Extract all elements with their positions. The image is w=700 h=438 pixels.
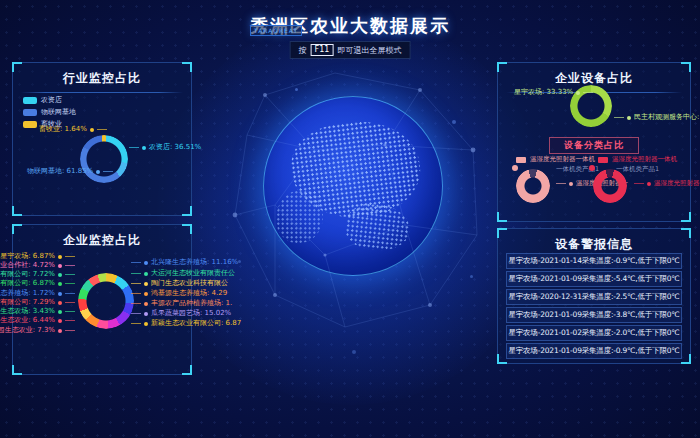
alert-row[interactable]: 星宇农场-2020-12-31采集温度:-2.5℃,低于下限0℃ — [506, 289, 682, 305]
legend-swatch — [23, 109, 37, 116]
alert-row[interactable]: 星宇农场-2021-01-09采集温度:-5.4℃,低于下限0℃ — [506, 271, 682, 287]
corner-accent — [681, 354, 691, 364]
legend-swatch — [598, 157, 608, 163]
label-line — [614, 117, 624, 118]
chart-label: 红梅园生态农业: 7.3% — [0, 326, 75, 335]
corner-accent — [12, 206, 22, 216]
corner-accent — [497, 212, 507, 222]
chart-label-text: 秀洲商务专业合作社: 4.72% — [0, 261, 55, 270]
corner-accent — [497, 354, 507, 364]
particle-dot — [470, 275, 473, 278]
label-line — [131, 273, 141, 274]
label-dot — [90, 128, 94, 132]
label-dot — [142, 146, 146, 150]
label-dot — [144, 292, 148, 296]
industry-panel-title: 行业监控占比 — [13, 63, 191, 87]
label-dot — [144, 322, 148, 326]
continent-dots — [344, 201, 413, 254]
legend-swatch — [23, 121, 37, 128]
label-line — [65, 293, 75, 294]
chart-label: 畜牧业: 1.64% — [39, 125, 107, 134]
label-line — [65, 256, 75, 257]
chart-label-text: 瓜果蔬菜园艺场: 15.02% — [151, 309, 231, 318]
device-class-title: 设备分类占比 — [549, 137, 639, 154]
chart-label-text: 家锦养殖有限公司: 7.72% — [0, 270, 55, 279]
legend-label: 物联网基地 — [41, 107, 76, 117]
legend-label: 农资店 — [41, 95, 62, 105]
corner-accent — [182, 365, 192, 375]
particle-dot — [452, 120, 456, 124]
label-line — [65, 283, 75, 284]
legend-swatch — [23, 97, 37, 104]
legend-item[interactable]: 温湿度光照射器一体机 — [516, 155, 595, 164]
label-dot — [58, 282, 62, 286]
label-line — [65, 302, 75, 303]
label-line — [129, 147, 139, 148]
hint-prefix: 按 — [299, 45, 307, 56]
alert-row[interactable]: 星宇农场-2021-01-09采集温度:-0.9℃,低于下限0℃ — [506, 343, 682, 359]
label-line — [556, 183, 566, 184]
chart-label: 物联网基地: 61.85% — [27, 167, 113, 176]
label-line — [131, 313, 141, 314]
label-dot — [58, 292, 62, 296]
legend-sub-label: 一体机类产品1 — [616, 165, 659, 174]
label-dot — [144, 312, 148, 316]
enterprise-donut-chart[interactable] — [78, 273, 134, 329]
label-line — [65, 320, 75, 321]
device-panel: 企业设备占比 星宇农场: 33.33% 民主村观测服务中心: 66 设备分类占比… — [497, 62, 691, 222]
chart-label-text: 新颖生态农业有限公司: 6.87 — [151, 319, 241, 328]
corner-accent — [182, 224, 192, 234]
corner-accent — [12, 224, 22, 234]
label-line — [131, 283, 141, 284]
chart-label: 农资店: 36.51% — [129, 143, 201, 152]
chart-label-text: 农资店: 36.51% — [149, 143, 201, 152]
label-dot — [569, 182, 573, 186]
chart-label: 家锦养殖有限公司: 7.72% — [0, 270, 75, 279]
chart-label: 李强生态农场: 3.43% — [0, 307, 75, 316]
label-line — [131, 293, 141, 294]
chart-label-text: 畜牧业: 1.64% — [39, 125, 87, 134]
label-dot — [58, 301, 62, 305]
chart-label-text: 民主村观测服务中心: 66 — [634, 113, 700, 122]
chart-label: 秀洲商务专业合作社: 4.72% — [0, 261, 75, 270]
alert-row[interactable]: 星宇农场-2021-01-02采集温度:-2.0℃,低于下限0℃ — [506, 325, 682, 341]
legend-label: 温湿度光照射器一体机 — [530, 155, 595, 164]
chart-label-text: 翔升发展有限公司: 6.87% — [0, 279, 55, 288]
chart-label-text: 中信行有限公司: 7.29% — [0, 298, 55, 307]
brand-logo: TARAGREAT — [250, 25, 302, 36]
label-dot — [58, 329, 62, 333]
label-line — [103, 171, 113, 172]
device-class-donut-b[interactable] — [593, 169, 627, 203]
corner-accent — [497, 62, 507, 72]
label-line — [131, 262, 141, 263]
chart-label-text: 星宇农场: 33.33% — [514, 88, 573, 97]
label-dot — [144, 272, 148, 276]
chart-bubble — [512, 165, 518, 171]
industry-panel: 行业监控占比 农资店 物联网基地 畜牧业 畜牧业: 1.64% 农资店: 36.… — [12, 62, 192, 216]
legend-swatch — [516, 157, 526, 163]
chart-label-text: 上华生态养殖场: 1.72% — [0, 289, 55, 298]
chart-label-text: 北兴隆生态养殖场: 11.16% — [151, 258, 238, 267]
chart-label-text: 仁丰生态农业: 6.44% — [0, 316, 55, 325]
corner-accent — [12, 365, 22, 375]
alert-row[interactable]: 星宇农场-2021-01-14采集温度:-0.9℃,低于下限0℃ — [506, 253, 682, 269]
chart-label-text: 李强生态农场: 3.43% — [0, 307, 55, 316]
device-panel-title: 企业设备占比 — [498, 63, 690, 87]
chart-label: 上华生态养殖场: 1.72% — [0, 289, 75, 298]
label-dot — [58, 310, 62, 314]
device-class-donut-a[interactable] — [516, 169, 550, 203]
legend-item[interactable]: 温湿度光照射器一体机 — [598, 155, 677, 164]
chart-label-text: 星宇农场: 6.87% — [0, 252, 55, 261]
label-dot — [144, 302, 148, 306]
enterprise-panel: 企业监控占比 星宇农场: 6.87% 秀洲商务专业合作社: 4.72% 家锦养殖… — [12, 224, 192, 375]
chart-label-text: 红梅园生态农业: 7.3% — [0, 326, 55, 335]
particle-dot — [295, 88, 298, 91]
particle-dot — [352, 350, 356, 354]
alert-row[interactable]: 星宇农场-2021-01-09采集温度:-3.8℃,低于下限0℃ — [506, 307, 682, 323]
label-line — [131, 323, 141, 324]
legend-item[interactable]: 物联网基地 — [23, 107, 76, 117]
label-line — [131, 303, 141, 304]
legend-item[interactable]: 农资店 — [23, 95, 62, 105]
chart-label-text: 鸿基源生态养殖场: 4.29 — [151, 289, 227, 298]
label-dot — [58, 319, 62, 323]
